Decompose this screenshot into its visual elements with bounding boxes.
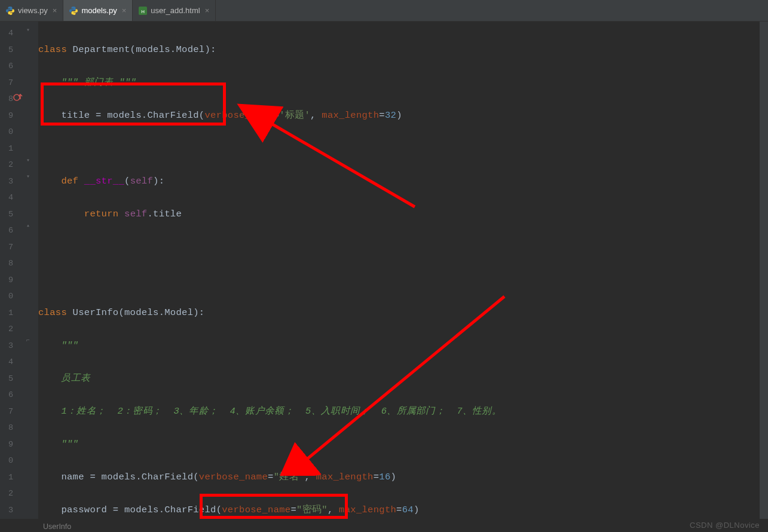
tab-user-add-html[interactable]: H user_add.html × xyxy=(133,0,216,21)
tab-views-py[interactable]: views.py × xyxy=(0,0,63,21)
fold-indicator-icon[interactable]: ▾ xyxy=(26,157,35,165)
close-icon[interactable]: × xyxy=(51,6,59,15)
svg-text:H: H xyxy=(141,8,145,14)
fold-indicator-icon[interactable]: ⌐ xyxy=(26,337,35,346)
close-icon[interactable]: × xyxy=(204,6,211,15)
tab-models-py[interactable]: models.py × xyxy=(63,0,133,21)
fold-column: ▾ ▾ ▾ ▴ ⌐ xyxy=(24,22,38,519)
python-file-icon xyxy=(69,7,78,15)
tab-label: models.py xyxy=(81,6,117,15)
breadcrumb: UserInfo xyxy=(43,522,71,531)
fold-indicator-icon[interactable]: ▴ xyxy=(26,222,35,230)
fold-indicator-icon[interactable]: ▾ xyxy=(26,26,35,35)
fold-indicator-icon[interactable]: ▾ xyxy=(26,173,35,181)
watermark: CSDN @DLNovice xyxy=(690,521,760,530)
close-icon[interactable]: × xyxy=(121,6,128,15)
editor-area: 4 5 6 7 8 9 0 1 2 3 4 5 6 7 8 9 0 1 2 3 … xyxy=(0,22,768,519)
python-file-icon xyxy=(6,7,14,15)
html-file-icon: H xyxy=(139,7,147,15)
tab-label: user_add.html xyxy=(151,6,200,15)
tab-label: views.py xyxy=(18,6,48,15)
svg-line-4 xyxy=(265,120,415,207)
vertical-scrollbar[interactable] xyxy=(760,22,768,519)
editor-tab-bar: views.py × models.py × H user_add.html × xyxy=(0,0,768,22)
override-icon[interactable] xyxy=(13,92,23,102)
line-number-gutter: 4 5 6 7 8 9 0 1 2 3 4 5 6 7 8 9 0 1 2 3 … xyxy=(0,22,24,519)
code-editor[interactable]: class Department(models.Model): """ 部门表 … xyxy=(38,22,768,519)
